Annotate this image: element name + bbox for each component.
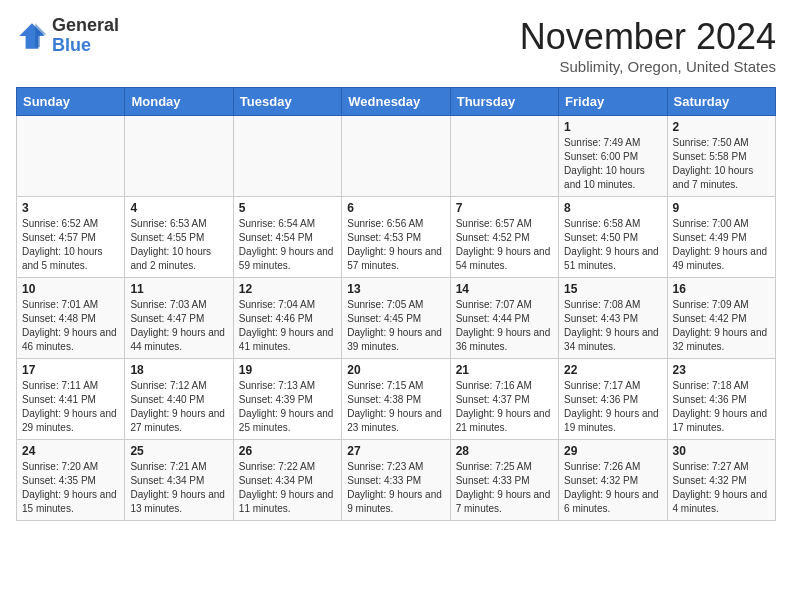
calendar-cell: 14Sunrise: 7:07 AM Sunset: 4:44 PM Dayli… (450, 278, 558, 359)
month-title: November 2024 (520, 16, 776, 58)
calendar-cell (125, 116, 233, 197)
day-number: 17 (22, 363, 119, 377)
calendar-cell: 25Sunrise: 7:21 AM Sunset: 4:34 PM Dayli… (125, 440, 233, 521)
day-info: Sunrise: 7:15 AM Sunset: 4:38 PM Dayligh… (347, 379, 444, 435)
day-number: 10 (22, 282, 119, 296)
calendar-cell: 22Sunrise: 7:17 AM Sunset: 4:36 PM Dayli… (559, 359, 667, 440)
day-number: 6 (347, 201, 444, 215)
day-number: 13 (347, 282, 444, 296)
week-row-4: 17Sunrise: 7:11 AM Sunset: 4:41 PM Dayli… (17, 359, 776, 440)
day-info: Sunrise: 7:12 AM Sunset: 4:40 PM Dayligh… (130, 379, 227, 435)
day-number: 4 (130, 201, 227, 215)
day-info: Sunrise: 7:17 AM Sunset: 4:36 PM Dayligh… (564, 379, 661, 435)
day-info: Sunrise: 7:16 AM Sunset: 4:37 PM Dayligh… (456, 379, 553, 435)
day-number: 14 (456, 282, 553, 296)
day-info: Sunrise: 7:25 AM Sunset: 4:33 PM Dayligh… (456, 460, 553, 516)
day-number: 8 (564, 201, 661, 215)
calendar-cell: 24Sunrise: 7:20 AM Sunset: 4:35 PM Dayli… (17, 440, 125, 521)
calendar-cell: 29Sunrise: 7:26 AM Sunset: 4:32 PM Dayli… (559, 440, 667, 521)
week-row-5: 24Sunrise: 7:20 AM Sunset: 4:35 PM Dayli… (17, 440, 776, 521)
day-info: Sunrise: 7:20 AM Sunset: 4:35 PM Dayligh… (22, 460, 119, 516)
title-area: November 2024 Sublimity, Oregon, United … (520, 16, 776, 75)
calendar-cell: 28Sunrise: 7:25 AM Sunset: 4:33 PM Dayli… (450, 440, 558, 521)
day-info: Sunrise: 7:27 AM Sunset: 4:32 PM Dayligh… (673, 460, 770, 516)
header-sunday: Sunday (17, 88, 125, 116)
calendar-cell: 23Sunrise: 7:18 AM Sunset: 4:36 PM Dayli… (667, 359, 775, 440)
week-row-1: 1Sunrise: 7:49 AM Sunset: 6:00 PM Daylig… (17, 116, 776, 197)
header-saturday: Saturday (667, 88, 775, 116)
day-number: 20 (347, 363, 444, 377)
day-number: 18 (130, 363, 227, 377)
header-tuesday: Tuesday (233, 88, 341, 116)
calendar-cell: 10Sunrise: 7:01 AM Sunset: 4:48 PM Dayli… (17, 278, 125, 359)
day-info: Sunrise: 7:22 AM Sunset: 4:34 PM Dayligh… (239, 460, 336, 516)
calendar-cell: 21Sunrise: 7:16 AM Sunset: 4:37 PM Dayli… (450, 359, 558, 440)
day-info: Sunrise: 7:11 AM Sunset: 4:41 PM Dayligh… (22, 379, 119, 435)
day-number: 30 (673, 444, 770, 458)
calendar-table: SundayMondayTuesdayWednesdayThursdayFrid… (16, 87, 776, 521)
day-number: 9 (673, 201, 770, 215)
calendar-cell: 1Sunrise: 7:49 AM Sunset: 6:00 PM Daylig… (559, 116, 667, 197)
day-info: Sunrise: 7:08 AM Sunset: 4:43 PM Dayligh… (564, 298, 661, 354)
day-number: 16 (673, 282, 770, 296)
logo-text: General Blue (52, 16, 119, 56)
day-info: Sunrise: 7:13 AM Sunset: 4:39 PM Dayligh… (239, 379, 336, 435)
logo-icon (16, 20, 48, 52)
day-info: Sunrise: 7:04 AM Sunset: 4:46 PM Dayligh… (239, 298, 336, 354)
header-wednesday: Wednesday (342, 88, 450, 116)
day-number: 12 (239, 282, 336, 296)
day-info: Sunrise: 7:50 AM Sunset: 5:58 PM Dayligh… (673, 136, 770, 192)
day-info: Sunrise: 7:01 AM Sunset: 4:48 PM Dayligh… (22, 298, 119, 354)
day-number: 23 (673, 363, 770, 377)
calendar-cell: 11Sunrise: 7:03 AM Sunset: 4:47 PM Dayli… (125, 278, 233, 359)
calendar-cell: 18Sunrise: 7:12 AM Sunset: 4:40 PM Dayli… (125, 359, 233, 440)
week-row-3: 10Sunrise: 7:01 AM Sunset: 4:48 PM Dayli… (17, 278, 776, 359)
calendar-cell (233, 116, 341, 197)
day-number: 27 (347, 444, 444, 458)
calendar-cell: 19Sunrise: 7:13 AM Sunset: 4:39 PM Dayli… (233, 359, 341, 440)
day-info: Sunrise: 7:09 AM Sunset: 4:42 PM Dayligh… (673, 298, 770, 354)
logo-general: General (52, 16, 119, 36)
header: General Blue November 2024 Sublimity, Or… (16, 16, 776, 75)
week-row-2: 3Sunrise: 6:52 AM Sunset: 4:57 PM Daylig… (17, 197, 776, 278)
day-info: Sunrise: 7:49 AM Sunset: 6:00 PM Dayligh… (564, 136, 661, 192)
calendar-cell: 4Sunrise: 6:53 AM Sunset: 4:55 PM Daylig… (125, 197, 233, 278)
calendar-cell: 5Sunrise: 6:54 AM Sunset: 4:54 PM Daylig… (233, 197, 341, 278)
calendar-cell: 2Sunrise: 7:50 AM Sunset: 5:58 PM Daylig… (667, 116, 775, 197)
day-number: 29 (564, 444, 661, 458)
day-info: Sunrise: 7:05 AM Sunset: 4:45 PM Dayligh… (347, 298, 444, 354)
calendar-cell: 13Sunrise: 7:05 AM Sunset: 4:45 PM Dayli… (342, 278, 450, 359)
day-info: Sunrise: 7:03 AM Sunset: 4:47 PM Dayligh… (130, 298, 227, 354)
calendar-cell: 20Sunrise: 7:15 AM Sunset: 4:38 PM Dayli… (342, 359, 450, 440)
header-friday: Friday (559, 88, 667, 116)
calendar-cell: 26Sunrise: 7:22 AM Sunset: 4:34 PM Dayli… (233, 440, 341, 521)
calendar-cell: 15Sunrise: 7:08 AM Sunset: 4:43 PM Dayli… (559, 278, 667, 359)
logo-blue: Blue (52, 36, 119, 56)
day-info: Sunrise: 7:21 AM Sunset: 4:34 PM Dayligh… (130, 460, 227, 516)
location-subtitle: Sublimity, Oregon, United States (520, 58, 776, 75)
day-info: Sunrise: 7:00 AM Sunset: 4:49 PM Dayligh… (673, 217, 770, 273)
calendar-header-row: SundayMondayTuesdayWednesdayThursdayFrid… (17, 88, 776, 116)
calendar-cell (450, 116, 558, 197)
day-number: 19 (239, 363, 336, 377)
day-number: 24 (22, 444, 119, 458)
calendar-cell: 3Sunrise: 6:52 AM Sunset: 4:57 PM Daylig… (17, 197, 125, 278)
day-number: 5 (239, 201, 336, 215)
day-info: Sunrise: 7:07 AM Sunset: 4:44 PM Dayligh… (456, 298, 553, 354)
calendar-cell: 12Sunrise: 7:04 AM Sunset: 4:46 PM Dayli… (233, 278, 341, 359)
calendar-cell: 16Sunrise: 7:09 AM Sunset: 4:42 PM Dayli… (667, 278, 775, 359)
calendar-cell: 6Sunrise: 6:56 AM Sunset: 4:53 PM Daylig… (342, 197, 450, 278)
svg-marker-0 (19, 23, 45, 49)
header-thursday: Thursday (450, 88, 558, 116)
calendar-cell (17, 116, 125, 197)
day-number: 3 (22, 201, 119, 215)
day-number: 28 (456, 444, 553, 458)
calendar-cell: 8Sunrise: 6:58 AM Sunset: 4:50 PM Daylig… (559, 197, 667, 278)
calendar-cell (342, 116, 450, 197)
day-info: Sunrise: 6:57 AM Sunset: 4:52 PM Dayligh… (456, 217, 553, 273)
day-info: Sunrise: 6:54 AM Sunset: 4:54 PM Dayligh… (239, 217, 336, 273)
day-number: 11 (130, 282, 227, 296)
day-info: Sunrise: 6:52 AM Sunset: 4:57 PM Dayligh… (22, 217, 119, 273)
day-number: 26 (239, 444, 336, 458)
calendar-cell: 9Sunrise: 7:00 AM Sunset: 4:49 PM Daylig… (667, 197, 775, 278)
